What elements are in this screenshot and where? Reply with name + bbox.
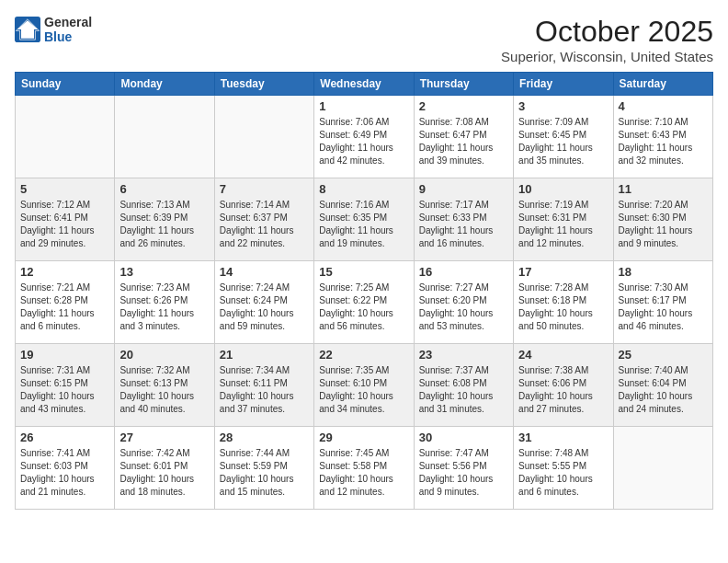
day-info: Sunrise: 7:23 AM Sunset: 6:26 PM Dayligh…	[119, 282, 209, 333]
day-info: Sunrise: 7:38 AM Sunset: 6:06 PM Dayligh…	[518, 364, 608, 416]
calendar-cell	[214, 96, 313, 178]
calendar-cell: 9Sunrise: 7:17 AM Sunset: 6:33 PM Daylig…	[414, 178, 513, 261]
day-number: 29	[319, 431, 408, 444]
calendar: SundayMondayTuesdayWednesdayThursdayFrid…	[15, 72, 713, 510]
column-header-monday: Monday	[115, 73, 214, 96]
day-number: 2	[419, 99, 508, 113]
day-number: 7	[220, 182, 309, 196]
day-info: Sunrise: 7:21 AM Sunset: 6:28 PM Dayligh…	[20, 282, 109, 333]
calendar-cell	[115, 96, 214, 178]
calendar-header-row: SundayMondayTuesdayWednesdayThursdayFrid…	[16, 73, 713, 96]
day-info: Sunrise: 7:12 AM Sunset: 6:41 PM Dayligh…	[20, 199, 109, 250]
column-header-sunday: Sunday	[16, 73, 115, 96]
calendar-cell: 10Sunrise: 7:19 AM Sunset: 6:31 PM Dayli…	[514, 178, 613, 261]
column-header-thursday: Thursday	[414, 73, 513, 96]
calendar-cell: 12Sunrise: 7:21 AM Sunset: 6:28 PM Dayli…	[16, 261, 115, 344]
calendar-cell: 29Sunrise: 7:45 AM Sunset: 5:58 PM Dayli…	[314, 427, 414, 510]
calendar-cell: 17Sunrise: 7:28 AM Sunset: 6:18 PM Dayli…	[514, 261, 613, 344]
day-info: Sunrise: 7:24 AM Sunset: 6:24 PM Dayligh…	[220, 282, 309, 333]
day-number: 24	[518, 348, 608, 362]
calendar-week-row: 1Sunrise: 7:06 AM Sunset: 6:49 PM Daylig…	[16, 96, 713, 178]
calendar-cell: 5Sunrise: 7:12 AM Sunset: 6:41 PM Daylig…	[16, 178, 115, 261]
day-info: Sunrise: 7:20 AM Sunset: 6:30 PM Dayligh…	[619, 199, 708, 250]
calendar-cell: 15Sunrise: 7:25 AM Sunset: 6:22 PM Dayli…	[314, 261, 414, 344]
calendar-cell: 28Sunrise: 7:44 AM Sunset: 5:59 PM Dayli…	[214, 427, 313, 510]
calendar-cell: 30Sunrise: 7:47 AM Sunset: 5:56 PM Dayli…	[414, 427, 513, 510]
day-info: Sunrise: 7:48 AM Sunset: 5:55 PM Dayligh…	[518, 447, 608, 499]
header: General Blue October 2025 Superior, Wisc…	[15, 15, 713, 64]
day-info: Sunrise: 7:28 AM Sunset: 6:18 PM Dayligh…	[518, 282, 608, 333]
calendar-cell: 23Sunrise: 7:37 AM Sunset: 6:08 PM Dayli…	[414, 344, 513, 427]
day-number: 3	[518, 99, 608, 113]
calendar-cell: 7Sunrise: 7:14 AM Sunset: 6:37 PM Daylig…	[214, 178, 313, 261]
calendar-cell: 20Sunrise: 7:32 AM Sunset: 6:13 PM Dayli…	[115, 344, 214, 427]
day-number: 10	[518, 182, 608, 196]
calendar-cell: 24Sunrise: 7:38 AM Sunset: 6:06 PM Dayli…	[514, 344, 613, 427]
day-info: Sunrise: 7:34 AM Sunset: 6:11 PM Dayligh…	[220, 364, 309, 416]
day-number: 4	[619, 99, 708, 113]
day-info: Sunrise: 7:37 AM Sunset: 6:08 PM Dayligh…	[419, 364, 508, 416]
day-number: 25	[619, 348, 708, 362]
day-info: Sunrise: 7:13 AM Sunset: 6:39 PM Dayligh…	[119, 199, 209, 250]
day-info: Sunrise: 7:25 AM Sunset: 6:22 PM Dayligh…	[319, 282, 408, 333]
calendar-cell: 21Sunrise: 7:34 AM Sunset: 6:11 PM Dayli…	[214, 344, 313, 427]
day-number: 18	[619, 265, 708, 279]
calendar-cell: 8Sunrise: 7:16 AM Sunset: 6:35 PM Daylig…	[314, 178, 414, 261]
day-info: Sunrise: 7:08 AM Sunset: 6:47 PM Dayligh…	[419, 116, 508, 167]
day-info: Sunrise: 7:14 AM Sunset: 6:37 PM Dayligh…	[220, 199, 309, 250]
calendar-cell: 3Sunrise: 7:09 AM Sunset: 6:45 PM Daylig…	[514, 96, 613, 178]
logo-icon	[15, 17, 40, 42]
month-title: October 2025	[501, 15, 713, 49]
calendar-cell: 26Sunrise: 7:41 AM Sunset: 6:03 PM Dayli…	[16, 427, 115, 510]
day-number: 8	[319, 182, 408, 196]
calendar-cell: 14Sunrise: 7:24 AM Sunset: 6:24 PM Dayli…	[214, 261, 313, 344]
day-number: 15	[319, 265, 408, 279]
day-number: 1	[319, 99, 408, 113]
calendar-cell: 4Sunrise: 7:10 AM Sunset: 6:43 PM Daylig…	[613, 96, 712, 178]
day-info: Sunrise: 7:44 AM Sunset: 5:59 PM Dayligh…	[220, 447, 309, 499]
calendar-cell: 6Sunrise: 7:13 AM Sunset: 6:39 PM Daylig…	[115, 178, 214, 261]
calendar-week-row: 19Sunrise: 7:31 AM Sunset: 6:15 PM Dayli…	[16, 344, 713, 427]
day-info: Sunrise: 7:19 AM Sunset: 6:31 PM Dayligh…	[518, 199, 608, 250]
day-info: Sunrise: 7:06 AM Sunset: 6:49 PM Dayligh…	[319, 116, 408, 167]
day-number: 13	[119, 265, 209, 279]
logo-general-text: General	[44, 15, 92, 29]
day-info: Sunrise: 7:30 AM Sunset: 6:17 PM Dayligh…	[619, 282, 708, 333]
day-info: Sunrise: 7:40 AM Sunset: 6:04 PM Dayligh…	[619, 364, 708, 416]
calendar-week-row: 26Sunrise: 7:41 AM Sunset: 6:03 PM Dayli…	[16, 427, 713, 510]
calendar-cell: 27Sunrise: 7:42 AM Sunset: 6:01 PM Dayli…	[115, 427, 214, 510]
logo-blue-text: Blue	[44, 29, 92, 44]
day-number: 5	[20, 182, 109, 196]
day-info: Sunrise: 7:47 AM Sunset: 5:56 PM Dayligh…	[419, 447, 508, 499]
day-number: 16	[419, 265, 508, 279]
calendar-cell: 13Sunrise: 7:23 AM Sunset: 6:26 PM Dayli…	[115, 261, 214, 344]
day-info: Sunrise: 7:09 AM Sunset: 6:45 PM Dayligh…	[518, 116, 608, 167]
day-info: Sunrise: 7:27 AM Sunset: 6:20 PM Dayligh…	[419, 282, 508, 333]
day-info: Sunrise: 7:10 AM Sunset: 6:43 PM Dayligh…	[619, 116, 708, 167]
day-info: Sunrise: 7:41 AM Sunset: 6:03 PM Dayligh…	[20, 447, 109, 499]
day-info: Sunrise: 7:16 AM Sunset: 6:35 PM Dayligh…	[319, 199, 408, 250]
calendar-cell: 22Sunrise: 7:35 AM Sunset: 6:10 PM Dayli…	[314, 344, 414, 427]
calendar-cell: 18Sunrise: 7:30 AM Sunset: 6:17 PM Dayli…	[613, 261, 712, 344]
day-info: Sunrise: 7:32 AM Sunset: 6:13 PM Dayligh…	[119, 364, 209, 416]
calendar-cell: 25Sunrise: 7:40 AM Sunset: 6:04 PM Dayli…	[613, 344, 712, 427]
day-number: 27	[119, 431, 209, 444]
calendar-cell: 16Sunrise: 7:27 AM Sunset: 6:20 PM Dayli…	[414, 261, 513, 344]
day-number: 21	[220, 348, 309, 362]
day-number: 11	[619, 182, 708, 196]
logo: General Blue	[15, 15, 92, 44]
day-number: 28	[220, 431, 309, 444]
day-info: Sunrise: 7:31 AM Sunset: 6:15 PM Dayligh…	[20, 364, 109, 416]
calendar-cell	[613, 427, 712, 510]
logo-text: General Blue	[44, 15, 92, 44]
column-header-tuesday: Tuesday	[214, 73, 313, 96]
day-number: 20	[119, 348, 209, 362]
day-info: Sunrise: 7:45 AM Sunset: 5:58 PM Dayligh…	[319, 447, 408, 499]
calendar-cell: 2Sunrise: 7:08 AM Sunset: 6:47 PM Daylig…	[414, 96, 513, 178]
day-number: 30	[419, 431, 508, 444]
day-number: 6	[119, 182, 209, 196]
day-number: 19	[20, 348, 109, 362]
calendar-week-row: 12Sunrise: 7:21 AM Sunset: 6:28 PM Dayli…	[16, 261, 713, 344]
day-number: 22	[319, 348, 408, 362]
calendar-cell: 1Sunrise: 7:06 AM Sunset: 6:49 PM Daylig…	[314, 96, 414, 178]
